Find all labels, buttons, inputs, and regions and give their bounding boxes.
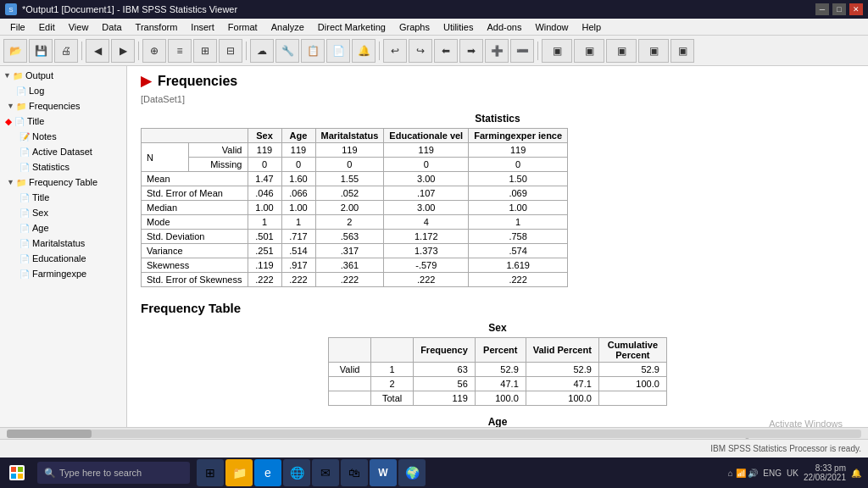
split-file-button[interactable]: 📋 bbox=[301, 39, 325, 63]
select-cases-button[interactable]: 🔔 bbox=[352, 39, 376, 63]
menu-edit[interactable]: Edit bbox=[32, 20, 62, 34]
tree-item-frequencies[interactable]: ▼ 📁 Frequencies bbox=[0, 98, 126, 114]
file-explorer-button[interactable]: 📁 bbox=[225, 459, 253, 486]
scrollbar-track bbox=[7, 430, 861, 438]
taskview-button[interactable]: ⊞ bbox=[197, 459, 224, 486]
status-bar: IBM SPSS Statistics Processor is ready. bbox=[0, 439, 868, 458]
stats-row-ses: Std. Error of Skewness .222 .222 .222 .2… bbox=[142, 273, 568, 287]
tab1-button[interactable]: ▣ bbox=[542, 39, 572, 63]
taskbar-search[interactable]: 🔍 Type here to search bbox=[37, 462, 190, 484]
horizontal-scrollbar[interactable] bbox=[0, 427, 868, 439]
forward-button[interactable]: ▶ bbox=[111, 39, 135, 63]
tab4-button[interactable]: ▣ bbox=[638, 39, 669, 63]
expand-freq-table-icon[interactable]: ▼ bbox=[7, 178, 15, 186]
tree-item-age[interactable]: 📄 Age bbox=[0, 220, 126, 236]
menu-addons[interactable]: Add-ons bbox=[480, 20, 528, 34]
tree-item-output[interactable]: ▼ 📁 Output bbox=[0, 68, 126, 83]
col-header-maritalstatus: Maritalstatus bbox=[315, 129, 384, 143]
freq-col-value bbox=[371, 338, 414, 363]
minus-button[interactable]: ➖ bbox=[510, 39, 534, 63]
menu-window[interactable]: Window bbox=[528, 20, 575, 34]
stats-row-n-missing: Missing 0 0 0 0 0 bbox=[142, 158, 568, 172]
doc-icon-maritalstatus: 📄 bbox=[19, 237, 31, 249]
tree-item-ft-title[interactable]: 📄 Title bbox=[0, 190, 126, 205]
taskbar-search-text: Type here to search bbox=[59, 468, 142, 478]
window-controls[interactable]: ─ □ ✕ bbox=[815, 3, 863, 15]
mail-button[interactable]: ✉ bbox=[312, 459, 339, 486]
weight-cases-button[interactable]: 📄 bbox=[326, 39, 350, 63]
tree-label-frequencies: Frequencies bbox=[29, 101, 81, 111]
folder-icon-output: 📁 bbox=[12, 69, 24, 81]
redo-button[interactable]: ↪ bbox=[409, 39, 432, 63]
frequencies-heading: ▶ Frequencies bbox=[141, 73, 854, 89]
tree-item-notes[interactable]: 📝 Notes bbox=[0, 129, 126, 144]
tree-item-maritalstatus[interactable]: 📄 Maritalstatus bbox=[0, 236, 126, 251]
nav-prev-button[interactable]: ⬅ bbox=[434, 39, 458, 63]
tree-item-freq-title[interactable]: ◆ 📄 Title bbox=[0, 114, 126, 129]
stats-row-mean: Mean 1.47 1.60 1.55 3.00 1.50 bbox=[142, 172, 568, 186]
browser2-button[interactable]: 🌍 bbox=[398, 459, 426, 486]
minimize-button[interactable]: ─ bbox=[815, 3, 829, 15]
goto-button[interactable]: ⊕ bbox=[142, 39, 166, 63]
menu-format[interactable]: Format bbox=[221, 20, 264, 34]
stats-row-mode: Mode 1 1 2 4 1 bbox=[142, 215, 568, 230]
tree-item-sex[interactable]: 📄 Sex bbox=[0, 205, 126, 220]
insert-cases-button[interactable]: ☁ bbox=[250, 39, 274, 63]
close-button[interactable]: ✕ bbox=[849, 3, 863, 15]
taskbar-apps: ⊞ 📁 e 🌐 ✉ 🛍 W 🌍 bbox=[193, 459, 728, 486]
lang-indicator: ENG bbox=[763, 469, 782, 478]
maximize-button[interactable]: □ bbox=[832, 3, 846, 15]
tab2-button[interactable]: ▣ bbox=[574, 39, 604, 63]
nav-next-button[interactable]: ➡ bbox=[459, 39, 483, 63]
undo-button[interactable]: ↩ bbox=[383, 39, 407, 63]
tree-label-freq-title: Title bbox=[27, 116, 44, 126]
statistics-table-section: Statistics Sex Age Maritalstatus Educati… bbox=[141, 113, 854, 287]
col-header-educationallevel: Educationale vel bbox=[384, 129, 469, 143]
tree-item-log[interactable]: 📄 Log bbox=[0, 83, 126, 98]
menu-data[interactable]: Data bbox=[95, 20, 128, 34]
save-button[interactable]: 💾 bbox=[29, 39, 53, 63]
doc-icon-log: 📄 bbox=[15, 85, 27, 97]
word-button[interactable]: W bbox=[370, 459, 397, 486]
start-button[interactable] bbox=[0, 458, 34, 488]
menu-utilities[interactable]: Utilities bbox=[437, 20, 480, 34]
notifications-icon[interactable]: 🔔 bbox=[851, 469, 861, 478]
variables-button[interactable]: ⊞ bbox=[193, 39, 217, 63]
toolbar: 📂 💾 🖨 ◀ ▶ ⊕ ≡ ⊞ ⊟ ☁ 🔧 📋 📄 🔔 ↩ ↪ ⬅ ➡ ➕ ➖ … bbox=[0, 36, 868, 66]
scrollbar-thumb[interactable] bbox=[7, 430, 92, 438]
stats-row-skewness: Skewness .119 .917 .361 -.579 1.619 bbox=[142, 258, 568, 273]
edge-button[interactable]: e bbox=[254, 459, 281, 486]
menu-analyze[interactable]: Analyze bbox=[264, 20, 311, 34]
status-text: IBM SPSS Statistics Processor is ready. bbox=[710, 444, 861, 453]
back-button[interactable]: ◀ bbox=[86, 39, 109, 63]
goto-case-button[interactable]: ≡ bbox=[168, 39, 192, 63]
tree-item-educationale[interactable]: 📄 Educationale bbox=[0, 251, 126, 266]
expand-output-icon[interactable]: ▼ bbox=[3, 71, 12, 80]
tab5-button[interactable]: ▣ bbox=[670, 39, 694, 63]
open-button[interactable]: 📂 bbox=[3, 39, 27, 63]
store-button[interactable]: 🛍 bbox=[341, 459, 368, 486]
menu-view[interactable]: View bbox=[62, 20, 96, 34]
tree-item-statistics[interactable]: 📄 Statistics bbox=[0, 159, 126, 175]
window-title: *Output1 [Document1] - IBM SPSS Statisti… bbox=[22, 4, 237, 14]
tree-label-active-dataset: Active Dataset bbox=[32, 147, 92, 157]
tree-item-freq-table-folder[interactable]: ▼ 📁 Frequency Table bbox=[0, 175, 126, 190]
menu-bar: File Edit View Data Transform Insert For… bbox=[0, 19, 868, 36]
tree-label-sex: Sex bbox=[32, 208, 48, 218]
doc-icon-active-dataset: 📄 bbox=[19, 146, 31, 158]
tab3-button[interactable]: ▣ bbox=[606, 39, 637, 63]
menu-transform[interactable]: Transform bbox=[129, 20, 185, 34]
expand-frequencies-icon[interactable]: ▼ bbox=[7, 102, 15, 110]
plus-button[interactable]: ➕ bbox=[485, 39, 509, 63]
tree-item-active-dataset[interactable]: 📄 Active Dataset bbox=[0, 144, 126, 159]
menu-graphs[interactable]: Graphs bbox=[392, 20, 437, 34]
tree-item-farmingexpe[interactable]: 📄 Farmingexpe bbox=[0, 266, 126, 281]
menu-insert[interactable]: Insert bbox=[184, 20, 221, 34]
menu-file[interactable]: File bbox=[3, 20, 32, 34]
menu-help[interactable]: Help bbox=[576, 20, 609, 34]
print-button[interactable]: 🖨 bbox=[54, 39, 78, 63]
insert-variable-button[interactable]: 🔧 bbox=[275, 39, 299, 63]
menu-direct-marketing[interactable]: Direct Marketing bbox=[311, 20, 392, 34]
find-button[interactable]: ⊟ bbox=[219, 39, 242, 63]
chrome-button[interactable]: 🌐 bbox=[283, 459, 310, 486]
